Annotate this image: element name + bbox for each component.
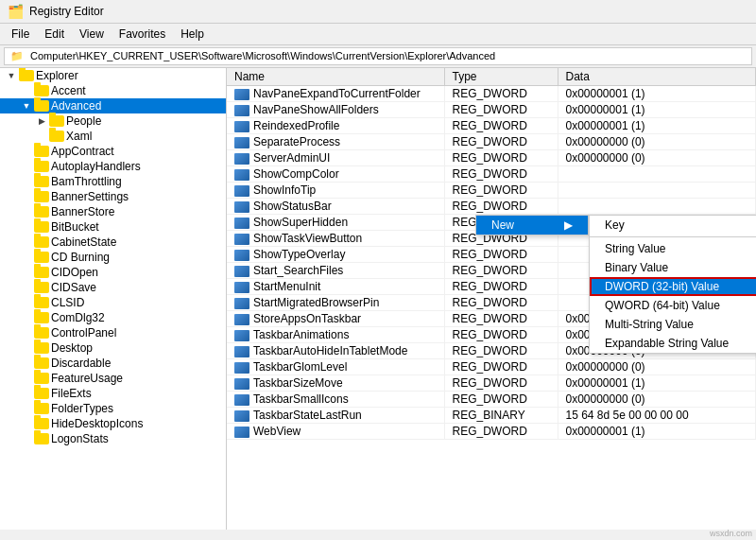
tree-item-label: People <box>66 114 101 128</box>
folder-icon <box>34 311 49 324</box>
address-label: 📁 <box>10 50 24 61</box>
tree-item[interactable]: Desktop <box>0 340 226 356</box>
cell-type: REG_DWORD <box>444 150 558 166</box>
folder-icon <box>34 402 49 415</box>
tree-toggle-icon[interactable]: ▼ <box>4 71 19 80</box>
table-row[interactable]: ServerAdminUIREG_DWORD0x00000000 (0) <box>227 150 756 166</box>
cell-name: NavPaneExpandToCurrentFolder <box>227 86 444 102</box>
folder-icon <box>34 160 49 173</box>
table-row[interactable]: TaskbarSmallIconsREG_DWORD0x00000000 (0) <box>227 392 756 408</box>
tree-item-label: BitBucket <box>51 220 99 234</box>
tree-item[interactable]: ▼Advanced <box>0 98 226 113</box>
tree-item[interactable]: FileExts <box>0 386 226 401</box>
tree-item[interactable]: ▶People <box>0 113 226 129</box>
folder-icon <box>34 372 49 385</box>
tree-item-label: Accent <box>51 84 86 97</box>
tree-item[interactable]: LogonStats <box>0 431 226 446</box>
cell-type: REG_DWORD <box>444 86 558 102</box>
menu-item-help[interactable]: Help <box>173 26 212 43</box>
tree-toggle-icon[interactable]: ▼ <box>19 101 34 111</box>
tree-item[interactable]: BannerStore <box>0 204 226 219</box>
col-type[interactable]: Type <box>444 68 558 86</box>
submenu-item[interactable]: Key <box>590 216 756 235</box>
submenu-item[interactable]: Expandable String Value <box>590 334 756 353</box>
cell-name: ShowStatusBar <box>227 199 444 215</box>
menu-bar: FileEditViewFavoritesHelp <box>0 24 756 45</box>
address-bar[interactable]: 📁 Computer\HKEY_CURRENT_USER\Software\Mi… <box>4 47 752 65</box>
tree-item[interactable]: CIDSave <box>0 280 226 295</box>
tree-item[interactable]: Discardable <box>0 356 226 371</box>
menu-item-favorites[interactable]: Favorites <box>112 26 173 43</box>
tree-item[interactable]: BannerSettings <box>0 189 226 204</box>
cell-data: 0x00000001 (1) <box>558 424 756 440</box>
cell-name: ReindexedProfile <box>227 118 444 134</box>
tree-item[interactable]: Accent <box>0 83 226 98</box>
tree-item-label: CIDOpen <box>51 266 98 279</box>
tree-item[interactable]: CD Burning <box>0 250 226 265</box>
tree-item-label: AutoplayHandlers <box>51 160 141 173</box>
table-row[interactable]: ReindexedProfileREG_DWORD0x00000001 (1) <box>227 118 756 134</box>
tree-item[interactable]: ComDlg32 <box>0 310 226 325</box>
cell-type: REG_DWORD <box>444 199 558 215</box>
tree-item[interactable]: CIDOpen <box>0 265 226 280</box>
tree-item[interactable]: Xaml <box>0 129 226 144</box>
tree-item[interactable]: HideDesktopIcons <box>0 416 226 431</box>
cell-name: Start_SearchFiles <box>227 263 444 279</box>
col-name[interactable]: Name <box>227 68 444 86</box>
submenu-item[interactable]: Multi-String Value <box>590 315 756 334</box>
folder-icon <box>34 326 49 340</box>
submenu-item[interactable]: String Value <box>590 239 756 258</box>
submenu-item[interactable]: QWORD (64-bit) Value <box>590 296 756 315</box>
tree-item-label: BannerSettings <box>51 190 129 203</box>
cell-name: StartMenuInit <box>227 279 444 295</box>
tree-item[interactable]: CLSID <box>0 295 226 310</box>
submenu[interactable]: KeyString ValueBinary ValueDWORD (32-bit… <box>589 215 756 354</box>
registry-value-icon <box>234 330 249 341</box>
menu-item-file[interactable]: File <box>4 26 37 43</box>
table-row[interactable]: TaskbarGlomLevelREG_DWORD0x00000000 (0) <box>227 359 756 375</box>
table-row[interactable]: NavPaneExpandToCurrentFolderREG_DWORD0x0… <box>227 86 756 102</box>
table-row[interactable]: SeparateProcessREG_DWORD0x00000000 (0) <box>227 134 756 150</box>
cell-type: REG_DWORD <box>444 311 558 327</box>
menu-item-edit[interactable]: Edit <box>37 26 72 43</box>
table-row[interactable]: TaskbarSizeMoveREG_DWORD0x00000001 (1) <box>227 375 756 392</box>
tree-item[interactable]: CabinetState <box>0 235 226 250</box>
tree-item[interactable]: AutoplayHandlers <box>0 159 226 174</box>
folder-icon <box>49 130 64 143</box>
tree-item[interactable]: ControlPanel <box>0 325 226 340</box>
table-row[interactable]: TaskbarStateLastRunREG_BINARY15 64 8d 5e… <box>227 408 756 424</box>
tree-item[interactable]: FolderTypes <box>0 401 226 416</box>
folder-icon <box>34 190 49 203</box>
submenu-item[interactable]: Binary Value <box>590 258 756 277</box>
cell-data <box>558 183 756 199</box>
tree-panel[interactable]: ▼ExplorerAccent▼Advanced▶PeopleXamlAppCo… <box>0 68 227 530</box>
tree-item[interactable]: BitBucket <box>0 219 226 235</box>
tree-item-label: LogonStats <box>51 432 109 445</box>
col-data[interactable]: Data <box>558 68 756 86</box>
table-row[interactable]: ShowInfoTipREG_DWORD <box>227 183 756 199</box>
table-row[interactable]: ShowCompColorREG_DWORD <box>227 166 756 183</box>
tree-item[interactable]: BamThrottling <box>0 174 226 189</box>
tree-item-label: CD Burning <box>51 251 110 264</box>
cell-type: REG_BINARY <box>444 408 558 424</box>
cell-data: 15 64 8d 5e 00 00 00 00 <box>558 408 756 424</box>
context-menu-new[interactable]: New ▶ <box>476 216 588 235</box>
tree-item[interactable]: ▼Explorer <box>0 68 226 83</box>
folder-icon <box>49 114 64 128</box>
tree-toggle-icon[interactable]: ▶ <box>34 116 49 126</box>
tree-item[interactable]: FeatureUsage <box>0 371 226 386</box>
table-row[interactable]: NavPaneShowAllFoldersREG_DWORD0x00000001… <box>227 102 756 118</box>
cell-type: REG_DWORD <box>444 375 558 392</box>
folder-icon <box>34 341 49 355</box>
folder-icon <box>34 84 49 97</box>
cell-name: TaskbarAutoHideInTabletMode <box>227 343 444 359</box>
tree-item[interactable]: AppContract <box>0 144 226 159</box>
folder-icon <box>34 432 49 445</box>
menu-item-view[interactable]: View <box>72 26 112 43</box>
submenu-item[interactable]: DWORD (32-bit) Value <box>590 277 756 296</box>
table-row[interactable]: ShowStatusBarREG_DWORD <box>227 199 756 215</box>
table-row[interactable]: WebViewREG_DWORD0x00000001 (1) <box>227 424 756 440</box>
folder-icon <box>34 99 49 113</box>
detail-panel[interactable]: Name Type Data NavPaneExpandToCurrentFol… <box>227 68 756 530</box>
context-menu[interactable]: New ▶ <box>475 215 589 235</box>
